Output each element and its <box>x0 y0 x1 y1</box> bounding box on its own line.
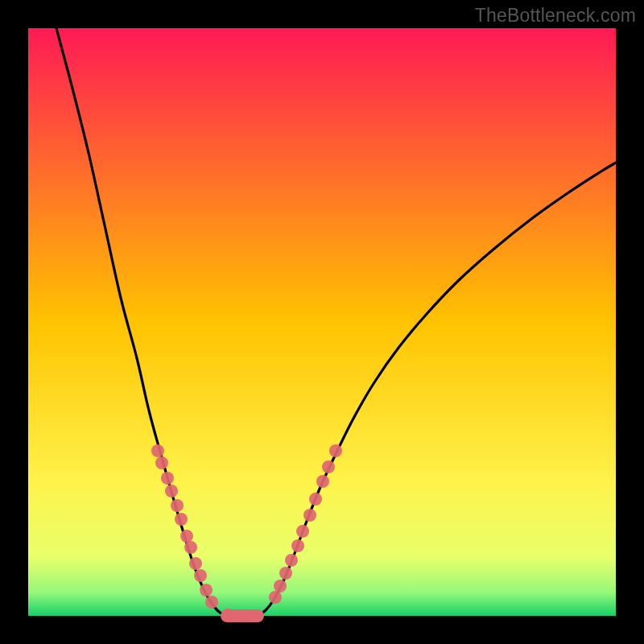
marker-left-9 <box>194 569 207 582</box>
watermark-text: TheBottleneck.com <box>475 5 636 27</box>
marker-left-2 <box>161 472 174 485</box>
marker-bottom-3 <box>246 609 258 622</box>
marker-right-9 <box>322 460 335 473</box>
marker-right-5 <box>296 525 309 538</box>
bottleneck-chart <box>0 0 644 644</box>
marker-right-6 <box>303 509 316 522</box>
marker-right-3 <box>285 554 298 567</box>
marker-left-0 <box>151 444 164 457</box>
marker-right-1 <box>274 580 287 592</box>
plot-background <box>28 28 616 616</box>
marker-right-0 <box>269 591 282 604</box>
marker-right-4 <box>291 539 304 552</box>
marker-right-2 <box>279 567 292 580</box>
marker-left-8 <box>189 557 202 570</box>
marker-left-7 <box>184 541 197 554</box>
marker-left-4 <box>171 499 184 512</box>
chart-container: TheBottleneck.com <box>0 0 644 644</box>
marker-left-1 <box>155 456 168 469</box>
marker-left-10 <box>200 584 213 597</box>
marker-left-5 <box>175 513 188 526</box>
marker-left-11 <box>205 596 218 609</box>
marker-right-10 <box>329 444 342 457</box>
marker-left-6 <box>180 530 193 543</box>
marker-right-8 <box>316 475 329 488</box>
marker-left-3 <box>165 485 178 497</box>
plot-frame <box>0 0 644 644</box>
marker-right-7 <box>309 493 322 506</box>
